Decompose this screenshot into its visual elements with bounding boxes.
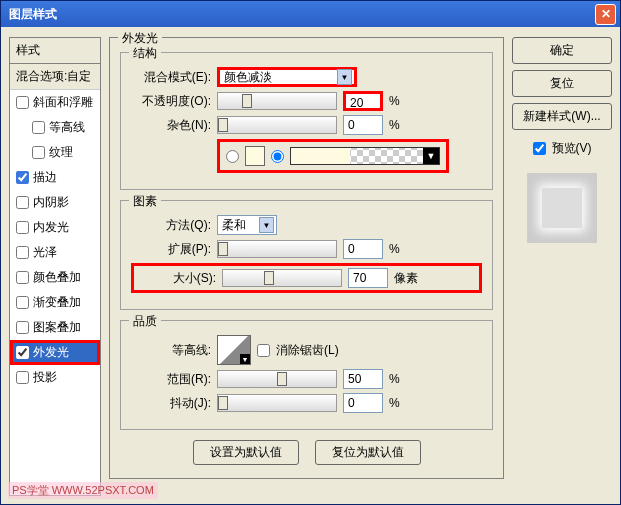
opacity-label: 不透明度(O): xyxy=(131,93,211,110)
style-checkbox[interactable] xyxy=(16,246,29,259)
right-panel: 确定 复位 新建样式(W)... 预览(V) xyxy=(512,37,612,496)
style-item-4[interactable]: 内阴影 xyxy=(10,190,100,215)
opacity-input[interactable]: 20 xyxy=(343,91,383,111)
style-item-5[interactable]: 内发光 xyxy=(10,215,100,240)
style-checkbox[interactable] xyxy=(16,271,29,284)
style-checkbox[interactable] xyxy=(32,121,45,134)
jitter-unit: % xyxy=(389,396,419,410)
opacity-slider[interactable] xyxy=(217,92,337,110)
style-label: 图案叠加 xyxy=(33,319,81,336)
contour-picker[interactable]: ▼ xyxy=(217,335,251,365)
style-item-2[interactable]: 纹理 xyxy=(10,140,100,165)
method-select[interactable]: 柔和 ▼ xyxy=(217,215,277,235)
main-panel: 外发光 结构 混合模式(E): 颜色减淡 ▼ 不透明度(O): 2 xyxy=(109,37,504,496)
style-item-11[interactable]: 投影 xyxy=(10,365,100,390)
titlebar: 图层样式 ✕ xyxy=(1,1,620,27)
watermark: PS学堂 WWW.52PSXT.COM xyxy=(8,482,158,499)
group-quality: 品质 等高线: ▼ 消除锯齿(L) 范围(R): 50 % 抖动 xyxy=(120,320,493,430)
chevron-down-icon: ▼ xyxy=(240,354,250,364)
blend-mode-select[interactable]: 颜色减淡 ▼ xyxy=(217,67,357,87)
range-label: 范围(R): xyxy=(131,371,211,388)
color-swatch[interactable] xyxy=(245,146,265,166)
style-item-7[interactable]: 颜色叠加 xyxy=(10,265,100,290)
range-unit: % xyxy=(389,372,419,386)
noise-label: 杂色(N): xyxy=(131,117,211,134)
style-label: 斜面和浮雕 xyxy=(33,94,93,111)
style-item-9[interactable]: 图案叠加 xyxy=(10,315,100,340)
reset-default-button[interactable]: 复位为默认值 xyxy=(315,440,421,465)
jitter-slider[interactable] xyxy=(217,394,337,412)
style-checkbox[interactable] xyxy=(16,171,29,184)
style-checkbox[interactable] xyxy=(32,146,45,159)
elements-legend: 图素 xyxy=(129,193,161,210)
contour-label: 等高线: xyxy=(131,342,211,359)
method-value: 柔和 xyxy=(222,217,246,234)
spread-slider[interactable] xyxy=(217,240,337,258)
blend-options[interactable]: 混合选项:自定 xyxy=(10,64,100,90)
solid-color-radio[interactable] xyxy=(226,150,239,163)
blend-mode-label: 混合模式(E): xyxy=(131,69,211,86)
gradient-picker[interactable]: ▼ xyxy=(290,147,440,165)
styles-panel: 样式 混合选项:自定 斜面和浮雕等高线纹理描边内阴影内发光光泽颜色叠加渐变叠加图… xyxy=(9,37,101,496)
chevron-down-icon: ▼ xyxy=(337,69,352,85)
style-label: 纹理 xyxy=(49,144,73,161)
styles-header: 样式 xyxy=(10,38,100,64)
style-item-6[interactable]: 光泽 xyxy=(10,240,100,265)
style-label: 渐变叠加 xyxy=(33,294,81,311)
antialias-label: 消除锯齿(L) xyxy=(276,342,339,359)
style-checkbox[interactable] xyxy=(16,346,29,359)
style-label: 内阴影 xyxy=(33,194,69,211)
chevron-down-icon: ▼ xyxy=(259,217,274,233)
style-checkbox[interactable] xyxy=(16,196,29,209)
jitter-label: 抖动(J): xyxy=(131,395,211,412)
structure-legend: 结构 xyxy=(129,45,161,62)
blend-mode-value: 颜色减淡 xyxy=(224,69,272,86)
style-label: 颜色叠加 xyxy=(33,269,81,286)
new-style-button[interactable]: 新建样式(W)... xyxy=(512,103,612,130)
method-label: 方法(Q): xyxy=(131,217,211,234)
size-input[interactable]: 70 xyxy=(348,268,388,288)
style-checkbox[interactable] xyxy=(16,96,29,109)
style-item-3[interactable]: 描边 xyxy=(10,165,100,190)
jitter-input[interactable]: 0 xyxy=(343,393,383,413)
style-item-10[interactable]: 外发光 xyxy=(10,340,100,365)
range-input[interactable]: 50 xyxy=(343,369,383,389)
size-slider[interactable] xyxy=(222,269,342,287)
gradient-radio[interactable] xyxy=(271,150,284,163)
close-button[interactable]: ✕ xyxy=(595,4,616,25)
style-item-8[interactable]: 渐变叠加 xyxy=(10,290,100,315)
cancel-button[interactable]: 复位 xyxy=(512,70,612,97)
style-item-1[interactable]: 等高线 xyxy=(10,115,100,140)
group-elements: 图素 方法(Q): 柔和 ▼ 扩展(P): 0 % xyxy=(120,200,493,310)
dialog-window: 图层样式 ✕ 样式 混合选项:自定 斜面和浮雕等高线纹理描边内阴影内发光光泽颜色… xyxy=(0,0,621,505)
size-label: 大小(S): xyxy=(136,270,216,287)
preview-swatch xyxy=(527,173,597,243)
size-unit: 像素 xyxy=(394,270,424,287)
style-label: 内发光 xyxy=(33,219,69,236)
spread-input[interactable]: 0 xyxy=(343,239,383,259)
group-structure: 结构 混合模式(E): 颜色减淡 ▼ 不透明度(O): 20 % xyxy=(120,52,493,190)
style-checkbox[interactable] xyxy=(16,371,29,384)
preview-label: 预览(V) xyxy=(552,140,592,157)
color-type-group: ▼ xyxy=(217,139,449,173)
spread-unit: % xyxy=(389,242,419,256)
noise-input[interactable]: 0 xyxy=(343,115,383,135)
ok-button[interactable]: 确定 xyxy=(512,37,612,64)
style-checkbox[interactable] xyxy=(16,221,29,234)
style-checkbox[interactable] xyxy=(16,296,29,309)
set-default-button[interactable]: 设置为默认值 xyxy=(193,440,299,465)
style-label: 投影 xyxy=(33,369,57,386)
preview-checkbox[interactable] xyxy=(533,142,546,155)
style-item-0[interactable]: 斜面和浮雕 xyxy=(10,90,100,115)
style-label: 描边 xyxy=(33,169,57,186)
noise-unit: % xyxy=(389,118,419,132)
style-label: 外发光 xyxy=(33,344,69,361)
antialias-checkbox[interactable] xyxy=(257,344,270,357)
opacity-unit: % xyxy=(389,94,419,108)
style-label: 等高线 xyxy=(49,119,85,136)
style-checkbox[interactable] xyxy=(16,321,29,334)
noise-slider[interactable] xyxy=(217,116,337,134)
range-slider[interactable] xyxy=(217,370,337,388)
dialog-title: 图层样式 xyxy=(9,6,57,23)
chevron-down-icon: ▼ xyxy=(423,148,439,164)
